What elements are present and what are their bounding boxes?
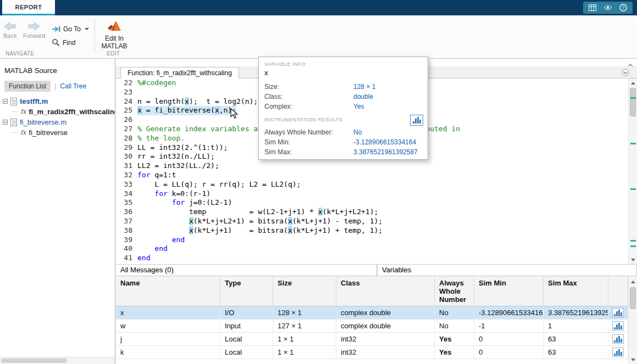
line-number: 27 xyxy=(118,125,132,134)
back-button[interactable]: Back xyxy=(3,22,16,39)
column-header-class[interactable]: Class xyxy=(336,276,435,306)
occurrence-mark[interactable] xyxy=(630,143,636,144)
top-bar: REPORT ? xyxy=(0,0,637,15)
occurrence-mark[interactable] xyxy=(630,97,636,99)
find-button[interactable]: Find xyxy=(52,38,75,47)
scrollbar-thumb[interactable] xyxy=(1,359,67,363)
cell-sim-max: 63 xyxy=(544,333,608,345)
table-vertical-scrollbar[interactable] xyxy=(628,276,637,364)
line-number: 28 xyxy=(118,134,132,143)
code-vertical-scrollbar[interactable] xyxy=(628,79,637,264)
matlab-logo-icon xyxy=(107,19,121,32)
cell-always-whole-number: Yes xyxy=(435,333,474,345)
edit-in-matlab-button[interactable]: Edit In MATLAB xyxy=(100,19,129,50)
grid-icon[interactable] xyxy=(589,4,596,11)
complex-label: Complex: xyxy=(264,103,353,110)
eye-icon[interactable] xyxy=(603,5,612,10)
tree-item-fi_bitreverse[interactable]: fxfi_bitreverse xyxy=(0,127,115,138)
highlighted-variable-x[interactable]: x xyxy=(185,97,189,105)
tab-function-list[interactable]: Function List xyxy=(4,81,51,92)
matlab-file-icon xyxy=(10,98,17,105)
cell-sim-min: 0 xyxy=(474,346,544,359)
column-header-sim-max[interactable]: Sim Max xyxy=(544,276,608,306)
cell-name: x xyxy=(116,306,220,319)
tree-item-fi_m_radix2fft_withscaling[interactable]: fxfi_m_radix2fft_withscaling xyxy=(0,107,115,117)
highlighted-variable-x[interactable]: x xyxy=(215,106,219,114)
cell-name: w xyxy=(116,320,220,332)
goto-icon xyxy=(52,26,60,32)
line-number: 39 xyxy=(118,236,132,245)
column-header-type[interactable]: Type xyxy=(220,276,273,306)
tooltip-section-title: INSTRUMENTATION RESULTS xyxy=(264,117,342,122)
tooltip-variable-name: x xyxy=(264,69,422,77)
cell-sim-min: -3.128906615334164 xyxy=(474,306,544,319)
variable-row-j[interactable]: jLocal1 × 1int32Yes063 xyxy=(116,333,628,346)
matlab-source-panel: MATLAB Source Function List | Call Tree … xyxy=(0,59,115,364)
forward-button[interactable]: Forward xyxy=(23,22,45,39)
tree-item-testfft.m[interactable]: testfft.m xyxy=(0,96,115,107)
highlighted-variable-x[interactable]: x xyxy=(189,217,193,225)
tab-call-tree[interactable]: Call Tree xyxy=(60,82,86,90)
occurrence-mark[interactable] xyxy=(630,240,636,242)
code-line-35: 35 for j=0:(L2-1) xyxy=(116,198,637,208)
cell-class: complex double xyxy=(336,306,435,319)
scrollbar-thumb[interactable] xyxy=(630,88,636,116)
column-header-always-whole-number[interactable]: Always Whole Number xyxy=(435,276,474,306)
highlighted-variable-x[interactable]: x xyxy=(288,217,292,225)
variable-row-w[interactable]: wInput127 × 1complex doubleNo-11 xyxy=(116,320,628,333)
collapse-icon[interactable] xyxy=(3,120,8,125)
bottom-pane-tabs: All Messages (0) Variables xyxy=(116,264,637,276)
help-icon[interactable]: ? xyxy=(619,4,627,12)
line-number: 24 xyxy=(118,97,132,107)
histogram-icon[interactable] xyxy=(608,333,628,345)
chevron-down-icon xyxy=(85,28,89,30)
histogram-icon[interactable] xyxy=(608,320,628,332)
svg-text:?: ? xyxy=(622,5,624,10)
cell-always-whole-number: Yes xyxy=(435,346,474,359)
goto-button[interactable]: Go To xyxy=(52,25,89,33)
code-line-38: 38 x(k*L+j+1) = bitsra(x(k*L+j+1) + temp… xyxy=(116,226,637,236)
line-number: 41 xyxy=(118,254,132,263)
variable-row-x[interactable]: xI/O128 × 1complex doubleNo-3.1289066153… xyxy=(116,306,628,320)
scroll-down-button[interactable] xyxy=(629,255,637,264)
column-header-sim-min[interactable]: Sim Min xyxy=(474,276,544,306)
tree-label: fi_bitreverse.m xyxy=(20,118,67,126)
tab-all-messages[interactable]: All Messages (0) xyxy=(116,264,377,276)
scroll-down-button[interactable] xyxy=(629,355,637,364)
scroll-up-button[interactable] xyxy=(629,79,637,87)
code-line-34: 34 for k=0:(r-1) xyxy=(116,189,637,199)
sidebar-horizontal-scrollbar[interactable] xyxy=(0,357,115,364)
column-header-name[interactable]: Name xyxy=(116,276,220,306)
line-number: 40 xyxy=(118,244,132,254)
cell-type: I/O xyxy=(220,306,273,319)
cell-name: j xyxy=(116,333,220,345)
cell-name: k xyxy=(116,346,220,359)
tab-report[interactable]: REPORT xyxy=(2,0,55,15)
tab-function[interactable]: Function: fi_m_radix2fft_withscaling xyxy=(120,67,239,79)
column-header-size[interactable]: Size xyxy=(273,276,336,306)
line-number: 31 xyxy=(118,161,132,171)
line-number: 26 xyxy=(118,115,132,125)
histogram-icon[interactable] xyxy=(608,346,628,359)
tree-label: fi_m_radix2fft_withscaling xyxy=(29,108,115,116)
tree-item-fi_bitreverse.m[interactable]: fi_bitreverse.m xyxy=(0,117,115,127)
highlighted-variable-x[interactable]: x xyxy=(189,226,193,234)
cell-sim-max: 1 xyxy=(544,320,608,332)
edit-section-label: EDIT xyxy=(107,51,120,57)
tab-options-icon[interactable] xyxy=(622,69,629,79)
highlighted-variable-x[interactable]: x xyxy=(288,226,292,234)
highlighted-variable-x[interactable]: x xyxy=(137,106,142,114)
occurrence-mark[interactable] xyxy=(630,188,636,190)
collapse-icon[interactable] xyxy=(3,99,8,104)
mouse-cursor-icon xyxy=(230,108,239,121)
variable-row-k[interactable]: kLocal1 × 1int32Yes063 xyxy=(116,346,628,359)
histogram-icon[interactable] xyxy=(608,306,628,319)
histogram-button[interactable] xyxy=(410,115,423,126)
highlighted-variable-x[interactable]: x xyxy=(318,208,323,216)
column-header-histogram[interactable] xyxy=(608,276,628,306)
tab-variables[interactable]: Variables xyxy=(377,264,637,276)
scrollbar-thumb[interactable] xyxy=(630,287,636,309)
scroll-up-button[interactable] xyxy=(629,277,637,286)
occurrence-mark[interactable] xyxy=(630,245,636,247)
source-tree: testfft.mfxfi_m_radix2fft_withscalingfi_… xyxy=(0,96,115,138)
